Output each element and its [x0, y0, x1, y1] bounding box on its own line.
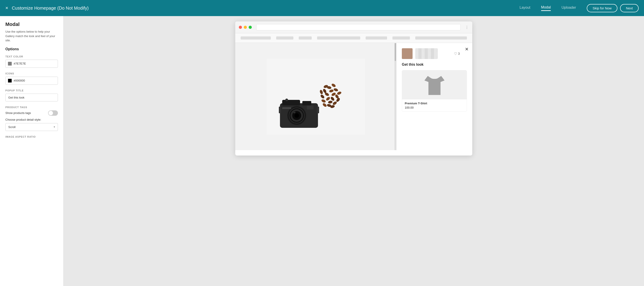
- photo-illustration: [266, 58, 365, 135]
- icons-group: ICONS #000000: [5, 72, 58, 85]
- icons-color-input[interactable]: #000000: [5, 77, 58, 85]
- modal-thumbnail-main: [402, 48, 412, 59]
- product-tags-group: PRODUCT TAGS Show products tags Choose p…: [5, 106, 58, 131]
- fake-site-nav: [235, 33, 472, 43]
- fake-nav-bar: [240, 36, 271, 39]
- popup-title-group: POPUP TITLE: [5, 89, 58, 101]
- photo-section: [235, 43, 396, 150]
- browser-mockup: ⋮: [235, 21, 472, 156]
- text-color-value: #7E7E7E: [14, 62, 26, 65]
- icons-label: ICONS: [5, 72, 58, 75]
- sidebar-description: Use the options below to help your Galle…: [5, 29, 58, 43]
- svg-rect-24: [302, 101, 311, 105]
- fake-nav-bar: [299, 36, 312, 39]
- choose-style-label: Choose product detail style:: [5, 118, 58, 121]
- icons-color-swatch: [8, 79, 12, 83]
- product-info: Premium T-Shirt 100.00: [402, 99, 467, 111]
- popup-title-input[interactable]: [5, 94, 58, 101]
- svg-point-29: [294, 113, 299, 118]
- browser-titlebar: ⋮: [235, 21, 472, 33]
- heart-count: 3: [458, 52, 460, 55]
- show-products-tags-row: Show products tags: [5, 110, 58, 116]
- preview-area: ⋮: [64, 16, 644, 286]
- text-color-swatch: [8, 62, 12, 66]
- header-nav: Layout Modal Uploader: [520, 5, 576, 11]
- product-price: 100.00: [405, 106, 464, 109]
- modal-close-button[interactable]: ✕: [465, 46, 469, 52]
- image-aspect-ratio-group: IMAGE ASPECT RATIO: [5, 135, 58, 138]
- heart-icon: ♡: [454, 52, 457, 56]
- popup-title-label: POPUP TITLE: [5, 89, 58, 92]
- close-button[interactable]: ×: [5, 5, 8, 10]
- nav-item-layout[interactable]: Layout: [520, 5, 530, 10]
- svg-rect-32: [307, 105, 314, 109]
- modal-get-this-look: Get this look: [402, 62, 467, 67]
- icons-color-value: #000000: [14, 79, 25, 82]
- svg-rect-33: [282, 107, 291, 109]
- content-with-modal: ✕ ♡ 3 Get this look: [235, 43, 472, 150]
- scrollbar-thumb: [395, 43, 396, 61]
- product-image: [402, 70, 467, 99]
- modal-heart-row: ♡ 3: [454, 52, 460, 56]
- product-style-value: Scroll: [8, 125, 16, 129]
- modal-thumbnail-blurred: [415, 48, 438, 59]
- fake-nav-bar: [415, 36, 467, 39]
- scrollbar[interactable]: [394, 43, 396, 150]
- toggle-slider: [48, 110, 58, 116]
- options-label: Options: [5, 47, 58, 51]
- text-color-group: TEXT COLOR #7E7E7E: [5, 55, 58, 68]
- chevron-down-icon: ▾: [54, 125, 55, 128]
- photo-content: [235, 43, 396, 150]
- header-title: Customize Homepage (Do Not Modify): [12, 5, 520, 11]
- browser-dot-yellow: [244, 26, 247, 29]
- product-style-select[interactable]: Scroll ▾: [5, 123, 58, 131]
- product-name: Premium T-Shirt: [405, 102, 464, 105]
- text-color-label: TEXT COLOR: [5, 55, 58, 58]
- browser-dot-green: [249, 26, 252, 29]
- modal-panel: ✕ ♡ 3 Get this look: [396, 43, 472, 150]
- modal-header-row: ♡ 3: [402, 48, 467, 59]
- fake-nav-bar: [392, 36, 410, 39]
- show-products-tags-label: Show products tags: [5, 111, 31, 115]
- text-color-input[interactable]: #7E7E7E: [5, 60, 58, 68]
- product-tshirt-icon: [424, 73, 444, 97]
- show-products-tags-toggle[interactable]: [48, 110, 58, 116]
- browser-dot-red: [239, 26, 242, 29]
- sidebar-section-title: Modal: [5, 21, 58, 27]
- product-card: Premium T-Shirt 100.00: [402, 70, 467, 112]
- browser-menu-icon: ⋮: [465, 25, 469, 29]
- fake-nav-bar: [317, 36, 360, 39]
- svg-rect-23: [282, 100, 300, 105]
- browser-addressbar: [256, 24, 461, 30]
- nav-item-modal[interactable]: Modal: [541, 5, 551, 11]
- fake-nav-bar: [366, 36, 387, 39]
- image-aspect-ratio-label: IMAGE ASPECT RATIO: [5, 135, 58, 138]
- fake-nav-bar: [276, 36, 294, 39]
- header-actions: Skip for Now Next: [587, 4, 639, 12]
- skip-button[interactable]: Skip for Now: [587, 4, 618, 12]
- main-layout: Modal Use the options below to help your…: [0, 16, 644, 286]
- svg-rect-34: [279, 107, 281, 113]
- next-button[interactable]: Next: [620, 4, 639, 12]
- sidebar: Modal Use the options below to help your…: [0, 16, 64, 286]
- nav-item-uploader[interactable]: Uploader: [562, 5, 576, 10]
- svg-point-36: [285, 98, 288, 101]
- svg-rect-35: [317, 107, 319, 113]
- app-header: × Customize Homepage (Do Not Modify) Lay…: [0, 0, 644, 16]
- product-tags-label: PRODUCT TAGS: [5, 106, 58, 109]
